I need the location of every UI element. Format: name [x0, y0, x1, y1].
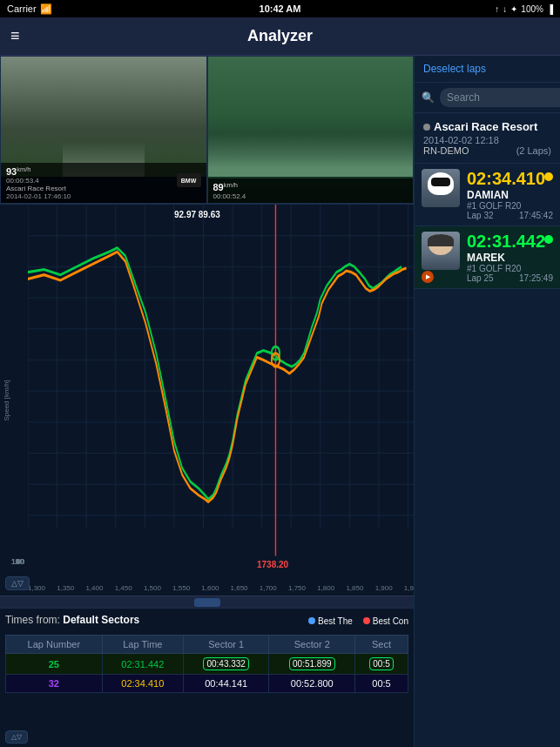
driver-car-damian: #1 GOLF R20	[467, 201, 553, 211]
driver-color-dot-damian	[544, 172, 553, 181]
x-tick: 1,9	[404, 584, 414, 592]
driver-card-damian[interactable]: 02:34.410 DAMIAN #1 GOLF R20 Lap 32 17:4…	[415, 164, 560, 226]
video-left-speed: 93	[6, 166, 17, 177]
row2-lap-time: 02:34.410	[121, 678, 164, 689]
right-panel: Deselect laps 🔍 Ascari Race Resort 2014-…	[414, 56, 560, 747]
search-box: 🔍	[415, 83, 560, 113]
col-sector3: Sect	[355, 636, 408, 654]
row2-lap: 32	[49, 678, 59, 689]
session-name: RN-DEMO	[423, 145, 469, 156]
menu-icon[interactable]: ≡	[10, 27, 20, 45]
x-tick: 1,300	[28, 584, 45, 592]
y-tick-140: 140	[0, 557, 24, 566]
driver-laptime-marek: 17:25:49	[519, 273, 553, 283]
driver-lap-marek: Lap 25	[467, 273, 494, 283]
left-content: 93km/h 00:00:53.4 Ascari Race Resort 201…	[0, 56, 414, 747]
row2-s3: 00:5	[372, 678, 390, 689]
driver-color-dot-marek	[544, 235, 553, 244]
deselect-laps-button[interactable]: Deselect laps	[415, 56, 560, 83]
driver-name-damian: DAMIAN	[467, 189, 553, 201]
sectors-table: Lap Number Lap Time Sector 1 Sector 2 Se…	[5, 635, 408, 693]
laps-count: (2 Laps)	[516, 145, 551, 156]
driver-card-marek[interactable]: ▶ 02:31.442 MAREK #1 GOLF R20 Lap 25 17:…	[415, 226, 560, 289]
avatar-damian	[422, 169, 460, 207]
track-info: Ascari Race Resort 2014-02-02 12:18 RN-D…	[415, 113, 560, 164]
x-tick: 1,700	[260, 584, 277, 592]
y-axis-title: Speed [km/h]	[3, 380, 10, 421]
col-sector1: Sector 1	[183, 636, 269, 654]
x-tick: 1,500	[144, 584, 161, 592]
video-right-time: 00:00:52.4	[213, 192, 408, 200]
track-date: 2014-02-02 12:18	[423, 135, 551, 145]
search-icon: 🔍	[422, 91, 435, 104]
battery-icon: ▐	[547, 4, 553, 14]
timeline-scrubber[interactable]	[0, 596, 414, 608]
legend-best-combined: Best Con	[363, 616, 408, 626]
video-left-speed-unit: km/h	[17, 165, 30, 173]
legend-row: Best The Best Con	[308, 616, 408, 626]
row1-s1: 00:43.332	[203, 657, 249, 670]
row2-s1: 00:44.141	[205, 678, 247, 689]
track-dot	[423, 124, 430, 131]
bottom-left-control[interactable]: △▽	[5, 730, 28, 744]
sectors-area: Times from: Default Sectors Best The Bes…	[0, 608, 414, 747]
row1-lap-time: 02:31.442	[121, 659, 164, 670]
video-left-session: 2014-02-01 17:46:10	[6, 192, 201, 200]
video-right[interactable]: 89km/h 00:00:52.4	[207, 56, 415, 204]
legend-best-theory: Best The	[308, 616, 353, 626]
arrow-down-icon: ↓	[503, 4, 507, 14]
bluetooth-icon: ✦	[510, 4, 517, 14]
zoom-control[interactable]: △▽	[5, 576, 30, 590]
table-row: 25 02:31.442 00:43.332 00:51.899 00:5	[6, 654, 408, 675]
driver-laptime-damian: 17:45:42	[519, 211, 553, 220]
track-name: Ascari Race Resort	[434, 120, 537, 133]
driver-time-damian: 02:34.410	[467, 169, 553, 189]
sectors-source: Default Sectors	[63, 614, 139, 626]
x-tick: 1,850	[346, 584, 363, 592]
table-row: 32 02:34.410 00:44.141 00:52.800 00:5	[6, 675, 408, 693]
x-tick: 1,900	[375, 584, 393, 592]
map-btn[interactable]: △▽	[5, 730, 28, 744]
status-time: 10:42 AM	[260, 3, 301, 14]
bottom-controls: △▽	[5, 576, 30, 590]
row2-s2: 00:52.800	[291, 678, 334, 689]
sectors-title: Times from:	[5, 614, 60, 626]
video-right-speed: 89	[213, 182, 224, 192]
chart-line-green	[28, 248, 401, 500]
x-tick: 1,350	[57, 584, 74, 592]
arrow-up-icon: ↑	[495, 4, 499, 14]
col-sector2: Sector 2	[269, 636, 355, 654]
table-header-row: Lap Number Lap Time Sector 1 Sector 2 Se…	[6, 636, 408, 654]
scrubber-handle[interactable]	[194, 598, 220, 607]
driver-time-marek: 02:31.442	[467, 232, 553, 252]
x-tick: 1,650	[231, 584, 248, 592]
video-right-speed-unit: km/h	[224, 181, 238, 189]
wifi-icon: 📶	[40, 3, 52, 15]
x-tick: 1,400	[85, 584, 103, 592]
sectors-header: Times from: Default Sectors	[5, 614, 139, 626]
video-left-track: Ascari Race Resort	[6, 185, 201, 192]
x-tick: 1,550	[172, 584, 190, 592]
driver-lap-damian: Lap 32	[467, 211, 494, 220]
header: ≡ Analyzer	[0, 17, 560, 56]
battery-label: 100%	[521, 4, 543, 14]
col-lap-time: Lap Time	[102, 636, 183, 654]
legend-combined-label: Best Con	[373, 616, 408, 626]
play-icon-marek: ▶	[422, 271, 434, 283]
carrier-label: Carrier	[7, 3, 37, 14]
driver-name-marek: MAREK	[467, 252, 553, 264]
x-tick: 1,800	[317, 584, 334, 592]
video-area: 93km/h 00:00:53.4 Ascari Race Resort 201…	[0, 56, 414, 204]
row1-s2: 00:51.899	[289, 657, 335, 670]
x-tick: 1,450	[115, 584, 132, 592]
video-left-time: 00:00:53.4	[6, 177, 201, 185]
avatar-marek	[422, 232, 460, 270]
chart-area[interactable]: 92.97 89.63 1738.20 50 60 70 80 90 100 1…	[0, 204, 414, 596]
driver-car-marek: #1 GOLF R20	[467, 264, 553, 273]
video-left[interactable]: 93km/h 00:00:53.4 Ascari Race Resort 201…	[0, 56, 207, 204]
x-tick: 1,750	[288, 584, 306, 592]
status-bar: Carrier 📶 10:42 AM ↑ ↓ ✦ 100% ▐	[0, 0, 560, 17]
chart-svg[interactable]	[28, 205, 414, 569]
row1-lap: 25	[49, 659, 59, 670]
search-input[interactable]	[440, 88, 560, 107]
